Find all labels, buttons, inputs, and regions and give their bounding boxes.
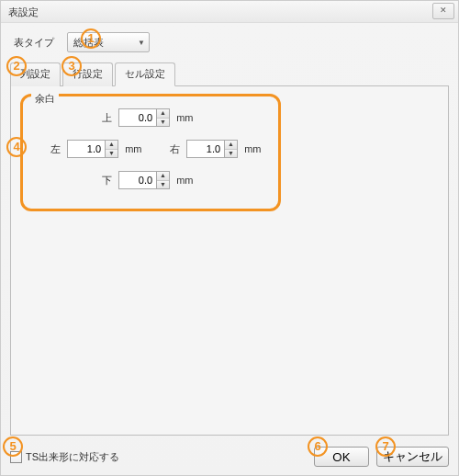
pad-bottom-row: 下 ▲ ▼ mm (97, 171, 193, 189)
pad-right-label: 右 (165, 142, 180, 156)
spin-up-icon[interactable]: ▲ (106, 141, 118, 150)
checkbox-box (10, 451, 22, 463)
chevron-down-icon: ▼ (138, 39, 145, 47)
type-combobox[interactable]: 総括表 ▼ (67, 32, 150, 52)
tab-columns-label: 列設定 (20, 68, 50, 79)
ts-checkbox[interactable]: TS出来形に対応する (10, 450, 119, 464)
spin-down-icon[interactable]: ▼ (157, 119, 169, 127)
tab-cells[interactable]: セル設定 (115, 62, 175, 86)
pad-left-label: 左 (46, 142, 61, 156)
pad-top-unit: mm (176, 112, 193, 123)
pad-bottom-spinner[interactable]: ▲ ▼ (118, 171, 170, 189)
spin-up-icon[interactable]: ▲ (157, 109, 169, 119)
cancel-button[interactable]: キャンセル (376, 447, 449, 467)
tab-rows-label: 行設定 (73, 68, 103, 79)
pad-top-spinner[interactable]: ▲ ▼ (118, 108, 170, 127)
group-outline: 上 ▲ ▼ mm 左 (20, 94, 281, 211)
tab-panel: 余白 上 ▲ ▼ mm 左 (10, 86, 449, 436)
tab-columns[interactable]: 列設定 (10, 62, 61, 86)
spin-down-icon[interactable]: ▼ (106, 150, 118, 158)
tab-rows[interactable]: 行設定 (62, 62, 113, 86)
dialog-window: 表設定 ✕ 表タイプ 総括表 ▼ 列設定 行設定 セル設定 余白 上 (0, 0, 459, 476)
pad-left-input[interactable] (68, 141, 105, 157)
tab-strip: 列設定 行設定 セル設定 (10, 62, 449, 86)
pad-right-row: 右 ▲ ▼ mm (165, 140, 261, 158)
window-title: 表設定 (8, 6, 39, 17)
pad-right-input[interactable] (187, 141, 224, 157)
pad-right-spinner[interactable]: ▲ ▼ (186, 140, 238, 158)
spin-up-icon[interactable]: ▲ (157, 172, 169, 181)
pad-left-row: 左 ▲ ▼ mm (46, 140, 141, 158)
type-value: 総括表 (73, 36, 104, 50)
spin-down-icon[interactable]: ▼ (157, 181, 169, 189)
padding-group: 余白 上 ▲ ▼ mm 左 (20, 94, 281, 211)
pad-left-unit: mm (125, 143, 141, 154)
type-label: 表タイプ (14, 36, 54, 50)
close-button[interactable]: ✕ (432, 3, 454, 19)
pad-right-unit: mm (244, 143, 261, 154)
ok-button[interactable]: OK (314, 447, 369, 467)
pad-top-input[interactable] (119, 109, 156, 126)
type-row: 表タイプ 総括表 ▼ (1, 23, 458, 56)
pad-top-row: 上 ▲ ▼ mm (97, 108, 193, 127)
group-title: 余白 (31, 92, 59, 106)
tab-cells-label: セル設定 (125, 68, 165, 79)
pad-top-label: 上 (97, 111, 112, 125)
spin-down-icon[interactable]: ▼ (225, 150, 237, 158)
pad-bottom-unit: mm (176, 175, 193, 186)
ok-label: OK (332, 450, 350, 464)
spin-up-icon[interactable]: ▲ (225, 141, 237, 150)
pad-left-spinner[interactable]: ▲ ▼ (67, 140, 118, 158)
pad-bottom-label: 下 (97, 174, 112, 187)
title-bar: 表設定 ✕ (1, 1, 458, 23)
cancel-label: キャンセル (383, 449, 442, 463)
tab-container: 列設定 行設定 セル設定 余白 上 ▲ ▼ (10, 62, 449, 436)
pad-bottom-input[interactable] (119, 172, 156, 188)
footer: TS出来形に対応する OK キャンセル (1, 438, 458, 475)
close-icon: ✕ (440, 6, 447, 15)
checkbox-label: TS出来形に対応する (26, 450, 119, 464)
